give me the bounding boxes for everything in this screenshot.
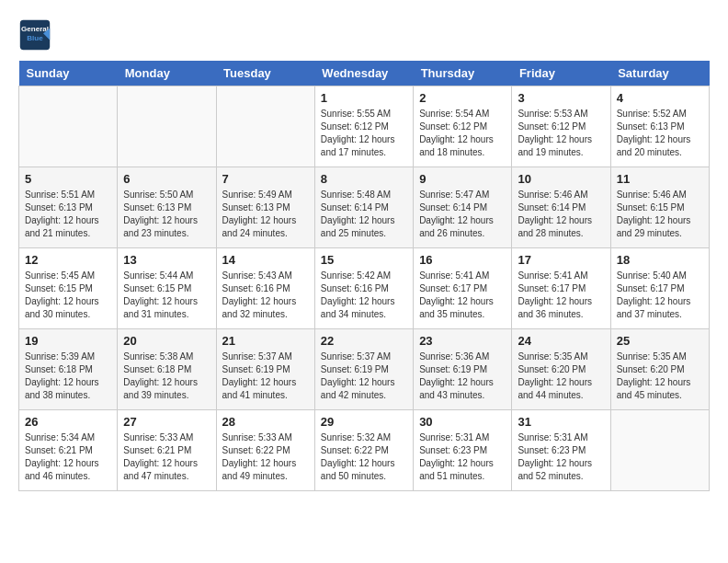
calendar-cell: 10Sunrise: 5:46 AMSunset: 6:14 PMDayligh… bbox=[512, 167, 610, 248]
day-number: 4 bbox=[617, 91, 703, 105]
calendar-cell: 8Sunrise: 5:48 AMSunset: 6:14 PMDaylight… bbox=[314, 167, 413, 248]
calendar-cell: 2Sunrise: 5:54 AMSunset: 6:12 PMDaylight… bbox=[414, 86, 512, 167]
day-info: Sunrise: 5:39 AMSunset: 6:18 PMDaylight:… bbox=[25, 350, 111, 402]
day-info: Sunrise: 5:47 AMSunset: 6:14 PMDaylight:… bbox=[419, 189, 506, 240]
calendar-cell: 28Sunrise: 5:33 AMSunset: 6:22 PMDayligh… bbox=[216, 410, 314, 491]
calendar-cell: 4Sunrise: 5:52 AMSunset: 6:13 PMDaylight… bbox=[610, 86, 709, 167]
day-info: Sunrise: 5:33 AMSunset: 6:22 PMDaylight:… bbox=[222, 431, 309, 483]
weekday-header-thursday: Thursday bbox=[414, 61, 512, 86]
calendar-cell: 13Sunrise: 5:44 AMSunset: 6:15 PMDayligh… bbox=[118, 248, 216, 329]
calendar-cell: 31Sunrise: 5:31 AMSunset: 6:23 PMDayligh… bbox=[512, 410, 610, 491]
day-number: 24 bbox=[518, 334, 604, 348]
day-number: 31 bbox=[518, 415, 604, 429]
weekday-header-wednesday: Wednesday bbox=[314, 61, 413, 86]
day-number: 29 bbox=[321, 415, 407, 429]
day-number: 22 bbox=[321, 334, 407, 348]
day-number: 27 bbox=[123, 415, 210, 429]
weekday-header-tuesday: Tuesday bbox=[216, 61, 314, 86]
day-number: 17 bbox=[518, 253, 604, 267]
day-number: 18 bbox=[617, 253, 703, 267]
day-number: 3 bbox=[518, 91, 604, 105]
day-number: 2 bbox=[419, 91, 506, 105]
day-number: 1 bbox=[321, 91, 407, 105]
weekday-header-friday: Friday bbox=[512, 61, 610, 86]
day-info: Sunrise: 5:48 AMSunset: 6:14 PMDaylight:… bbox=[321, 189, 407, 240]
day-number: 19 bbox=[25, 334, 111, 348]
calendar-cell: 21Sunrise: 5:37 AMSunset: 6:19 PMDayligh… bbox=[216, 329, 314, 410]
day-info: Sunrise: 5:46 AMSunset: 6:15 PMDaylight:… bbox=[617, 189, 703, 240]
svg-text:General: General bbox=[21, 25, 49, 33]
calendar-cell: 27Sunrise: 5:33 AMSunset: 6:21 PMDayligh… bbox=[118, 410, 216, 491]
weekday-header-monday: Monday bbox=[118, 61, 216, 86]
day-number: 8 bbox=[321, 172, 407, 186]
day-info: Sunrise: 5:53 AMSunset: 6:12 PMDaylight:… bbox=[518, 108, 604, 159]
day-number: 25 bbox=[617, 334, 703, 348]
day-info: Sunrise: 5:44 AMSunset: 6:15 PMDaylight:… bbox=[123, 270, 210, 321]
day-info: Sunrise: 5:31 AMSunset: 6:23 PMDaylight:… bbox=[518, 431, 604, 483]
calendar-cell: 1Sunrise: 5:55 AMSunset: 6:12 PMDaylight… bbox=[314, 86, 413, 167]
calendar-cell: 22Sunrise: 5:37 AMSunset: 6:19 PMDayligh… bbox=[314, 329, 413, 410]
calendar-cell: 18Sunrise: 5:40 AMSunset: 6:17 PMDayligh… bbox=[610, 248, 709, 329]
calendar-cell: 9Sunrise: 5:47 AMSunset: 6:14 PMDaylight… bbox=[414, 167, 512, 248]
calendar-cell bbox=[19, 86, 118, 167]
calendar-cell: 14Sunrise: 5:43 AMSunset: 6:16 PMDayligh… bbox=[216, 248, 314, 329]
day-info: Sunrise: 5:37 AMSunset: 6:19 PMDaylight:… bbox=[222, 350, 309, 402]
day-info: Sunrise: 5:41 AMSunset: 6:17 PMDaylight:… bbox=[518, 270, 604, 321]
day-number: 10 bbox=[518, 172, 604, 186]
calendar-cell bbox=[118, 86, 216, 167]
calendar-cell bbox=[610, 410, 709, 491]
day-info: Sunrise: 5:31 AMSunset: 6:23 PMDaylight:… bbox=[419, 431, 506, 483]
day-info: Sunrise: 5:54 AMSunset: 6:12 PMDaylight:… bbox=[419, 108, 506, 159]
calendar-table: SundayMondayTuesdayWednesdayThursdayFrid… bbox=[18, 61, 710, 491]
day-info: Sunrise: 5:33 AMSunset: 6:21 PMDaylight:… bbox=[123, 431, 210, 483]
day-info: Sunrise: 5:43 AMSunset: 6:16 PMDaylight:… bbox=[222, 270, 309, 321]
calendar-cell bbox=[216, 86, 314, 167]
day-info: Sunrise: 5:46 AMSunset: 6:14 PMDaylight:… bbox=[518, 189, 604, 240]
calendar-cell: 23Sunrise: 5:36 AMSunset: 6:19 PMDayligh… bbox=[414, 329, 512, 410]
day-info: Sunrise: 5:38 AMSunset: 6:18 PMDaylight:… bbox=[123, 350, 210, 402]
calendar-cell: 12Sunrise: 5:45 AMSunset: 6:15 PMDayligh… bbox=[19, 248, 118, 329]
calendar-cell: 6Sunrise: 5:50 AMSunset: 6:13 PMDaylight… bbox=[118, 167, 216, 248]
day-number: 9 bbox=[419, 172, 506, 186]
calendar-week-3: 12Sunrise: 5:45 AMSunset: 6:15 PMDayligh… bbox=[19, 248, 710, 329]
day-number: 26 bbox=[25, 415, 111, 429]
day-number: 30 bbox=[419, 415, 506, 429]
calendar-cell: 3Sunrise: 5:53 AMSunset: 6:12 PMDaylight… bbox=[512, 86, 610, 167]
calendar-cell: 25Sunrise: 5:35 AMSunset: 6:20 PMDayligh… bbox=[610, 329, 709, 410]
calendar-cell: 26Sunrise: 5:34 AMSunset: 6:21 PMDayligh… bbox=[19, 410, 118, 491]
day-number: 23 bbox=[419, 334, 506, 348]
day-number: 7 bbox=[222, 172, 309, 186]
calendar-cell: 15Sunrise: 5:42 AMSunset: 6:16 PMDayligh… bbox=[314, 248, 413, 329]
calendar-week-5: 26Sunrise: 5:34 AMSunset: 6:21 PMDayligh… bbox=[19, 410, 710, 491]
day-number: 21 bbox=[222, 334, 309, 348]
day-info: Sunrise: 5:45 AMSunset: 6:15 PMDaylight:… bbox=[25, 270, 111, 321]
day-number: 14 bbox=[222, 253, 309, 267]
calendar-cell: 16Sunrise: 5:41 AMSunset: 6:17 PMDayligh… bbox=[414, 248, 512, 329]
logo-icon: General Blue bbox=[18, 18, 51, 52]
day-info: Sunrise: 5:35 AMSunset: 6:20 PMDaylight:… bbox=[617, 350, 703, 402]
day-info: Sunrise: 5:40 AMSunset: 6:17 PMDaylight:… bbox=[617, 270, 703, 321]
calendar-week-2: 5Sunrise: 5:51 AMSunset: 6:13 PMDaylight… bbox=[19, 167, 710, 248]
logo: General Blue bbox=[18, 18, 51, 52]
day-info: Sunrise: 5:34 AMSunset: 6:21 PMDaylight:… bbox=[25, 431, 111, 483]
calendar-cell: 29Sunrise: 5:32 AMSunset: 6:22 PMDayligh… bbox=[314, 410, 413, 491]
calendar-cell: 30Sunrise: 5:31 AMSunset: 6:23 PMDayligh… bbox=[414, 410, 512, 491]
day-number: 20 bbox=[123, 334, 210, 348]
day-info: Sunrise: 5:49 AMSunset: 6:13 PMDaylight:… bbox=[222, 189, 309, 240]
day-info: Sunrise: 5:32 AMSunset: 6:22 PMDaylight:… bbox=[321, 431, 407, 483]
day-info: Sunrise: 5:55 AMSunset: 6:12 PMDaylight:… bbox=[321, 108, 407, 159]
calendar-cell: 24Sunrise: 5:35 AMSunset: 6:20 PMDayligh… bbox=[512, 329, 610, 410]
weekday-header-saturday: Saturday bbox=[610, 61, 709, 86]
day-info: Sunrise: 5:35 AMSunset: 6:20 PMDaylight:… bbox=[518, 350, 604, 402]
day-info: Sunrise: 5:36 AMSunset: 6:19 PMDaylight:… bbox=[419, 350, 506, 402]
day-info: Sunrise: 5:41 AMSunset: 6:17 PMDaylight:… bbox=[419, 270, 506, 321]
day-number: 13 bbox=[123, 253, 210, 267]
day-info: Sunrise: 5:42 AMSunset: 6:16 PMDaylight:… bbox=[321, 270, 407, 321]
day-number: 15 bbox=[321, 253, 407, 267]
day-number: 16 bbox=[419, 253, 506, 267]
day-info: Sunrise: 5:50 AMSunset: 6:13 PMDaylight:… bbox=[123, 189, 210, 240]
day-number: 11 bbox=[617, 172, 703, 186]
day-info: Sunrise: 5:37 AMSunset: 6:19 PMDaylight:… bbox=[321, 350, 407, 402]
svg-text:Blue: Blue bbox=[27, 34, 43, 42]
weekday-header-sunday: Sunday bbox=[19, 61, 118, 86]
